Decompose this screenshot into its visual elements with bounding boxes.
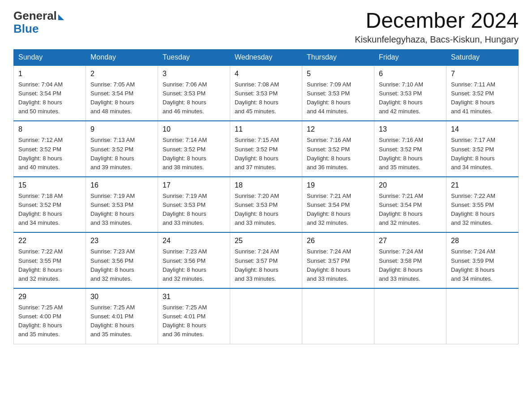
page-header: General Blue December 2024 Kiskunfelegyh… (13, 9, 519, 45)
week-row-3: 15Sunrise: 7:18 AMSunset: 3:52 PMDayligh… (14, 177, 519, 233)
logo-general-text: General (13, 9, 57, 23)
logo-blue-text: Blue (13, 22, 39, 36)
calendar-cell (446, 288, 519, 344)
day-info: Sunrise: 7:22 AMSunset: 3:55 PMDaylight:… (451, 193, 495, 226)
day-number: 5 (307, 68, 369, 79)
calendar-cell: 31Sunrise: 7:25 AMSunset: 4:01 PMDayligh… (158, 288, 230, 344)
calendar-cell: 9Sunrise: 7:13 AMSunset: 3:52 PMDaylight… (86, 121, 158, 177)
calendar-cell: 1Sunrise: 7:04 AMSunset: 3:54 PMDaylight… (14, 65, 86, 121)
header-saturday: Saturday (446, 49, 519, 65)
calendar-cell: 21Sunrise: 7:22 AMSunset: 3:55 PMDayligh… (446, 177, 519, 233)
calendar-cell: 5Sunrise: 7:09 AMSunset: 3:53 PMDaylight… (302, 65, 374, 121)
calendar-cell: 12Sunrise: 7:16 AMSunset: 3:52 PMDayligh… (302, 121, 374, 177)
header-wednesday: Wednesday (230, 49, 302, 65)
day-number: 13 (379, 124, 442, 135)
day-number: 8 (18, 124, 81, 135)
day-number: 17 (163, 180, 225, 191)
day-info: Sunrise: 7:12 AMSunset: 3:52 PMDaylight:… (18, 137, 63, 170)
day-info: Sunrise: 7:25 AMSunset: 4:01 PMDaylight:… (163, 304, 207, 338)
calendar-cell (230, 288, 302, 344)
calendar-cell: 18Sunrise: 7:20 AMSunset: 3:53 PMDayligh… (230, 177, 302, 233)
calendar-cell: 10Sunrise: 7:14 AMSunset: 3:52 PMDayligh… (158, 121, 230, 177)
day-info: Sunrise: 7:25 AMSunset: 4:00 PMDaylight:… (18, 304, 63, 338)
calendar-cell: 20Sunrise: 7:21 AMSunset: 3:54 PMDayligh… (374, 177, 446, 233)
calendar-cell: 27Sunrise: 7:24 AMSunset: 3:58 PMDayligh… (374, 232, 446, 288)
calendar-cell (374, 288, 446, 344)
calendar-header-row: SundayMondayTuesdayWednesdayThursdayFrid… (14, 49, 519, 65)
calendar-cell: 13Sunrise: 7:16 AMSunset: 3:52 PMDayligh… (374, 121, 446, 177)
day-number: 2 (90, 68, 153, 79)
logo: General Blue (13, 9, 64, 36)
calendar-cell: 29Sunrise: 7:25 AMSunset: 4:00 PMDayligh… (14, 288, 86, 344)
day-number: 24 (163, 235, 225, 246)
calendar-cell: 22Sunrise: 7:22 AMSunset: 3:55 PMDayligh… (14, 232, 86, 288)
page-subtitle: Kiskunfelegyhaza, Bacs-Kiskun, Hungary (355, 34, 519, 45)
calendar-cell: 16Sunrise: 7:19 AMSunset: 3:53 PMDayligh… (86, 177, 158, 233)
day-number: 23 (90, 235, 153, 246)
calendar-cell: 6Sunrise: 7:10 AMSunset: 3:53 PMDaylight… (374, 65, 446, 121)
calendar-cell: 28Sunrise: 7:24 AMSunset: 3:59 PMDayligh… (446, 232, 519, 288)
day-number: 26 (307, 235, 369, 246)
day-info: Sunrise: 7:22 AMSunset: 3:55 PMDaylight:… (18, 248, 63, 282)
day-number: 19 (307, 180, 369, 191)
day-number: 16 (90, 180, 153, 191)
day-info: Sunrise: 7:17 AMSunset: 3:52 PMDaylight:… (451, 137, 495, 170)
day-number: 30 (90, 291, 153, 302)
calendar-cell (302, 288, 374, 344)
day-number: 27 (379, 235, 442, 246)
header-monday: Monday (86, 49, 158, 65)
page-title: December 2024 (355, 9, 519, 33)
day-number: 21 (451, 180, 514, 191)
day-number: 7 (451, 68, 514, 79)
day-info: Sunrise: 7:21 AMSunset: 3:54 PMDaylight:… (307, 193, 351, 226)
day-info: Sunrise: 7:24 AMSunset: 3:57 PMDaylight:… (307, 248, 351, 282)
logo-arrow-icon (58, 14, 64, 20)
day-info: Sunrise: 7:23 AMSunset: 3:56 PMDaylight:… (90, 248, 135, 282)
day-info: Sunrise: 7:10 AMSunset: 3:53 PMDaylight:… (379, 81, 423, 115)
day-number: 29 (18, 291, 81, 302)
calendar-cell: 17Sunrise: 7:19 AMSunset: 3:53 PMDayligh… (158, 177, 230, 233)
week-row-2: 8Sunrise: 7:12 AMSunset: 3:52 PMDaylight… (14, 121, 519, 177)
day-info: Sunrise: 7:16 AMSunset: 3:52 PMDaylight:… (379, 137, 423, 170)
header-sunday: Sunday (14, 49, 86, 65)
calendar-cell: 19Sunrise: 7:21 AMSunset: 3:54 PMDayligh… (302, 177, 374, 233)
day-number: 11 (235, 124, 297, 135)
day-number: 6 (379, 68, 442, 79)
calendar-cell: 3Sunrise: 7:06 AMSunset: 3:53 PMDaylight… (158, 65, 230, 121)
day-number: 3 (163, 68, 225, 79)
day-info: Sunrise: 7:05 AMSunset: 3:54 PMDaylight:… (90, 81, 135, 115)
day-number: 14 (451, 124, 514, 135)
day-number: 1 (18, 68, 81, 79)
calendar-cell: 15Sunrise: 7:18 AMSunset: 3:52 PMDayligh… (14, 177, 86, 233)
day-info: Sunrise: 7:18 AMSunset: 3:52 PMDaylight:… (18, 193, 63, 226)
title-area: December 2024 Kiskunfelegyhaza, Bacs-Kis… (355, 9, 519, 45)
calendar-cell: 25Sunrise: 7:24 AMSunset: 3:57 PMDayligh… (230, 232, 302, 288)
week-row-1: 1Sunrise: 7:04 AMSunset: 3:54 PMDaylight… (14, 65, 519, 121)
day-number: 10 (163, 124, 225, 135)
day-info: Sunrise: 7:15 AMSunset: 3:52 PMDaylight:… (235, 137, 279, 170)
day-number: 9 (90, 124, 153, 135)
day-info: Sunrise: 7:23 AMSunset: 3:56 PMDaylight:… (163, 248, 207, 282)
day-info: Sunrise: 7:13 AMSunset: 3:52 PMDaylight:… (90, 137, 135, 170)
calendar-cell: 7Sunrise: 7:11 AMSunset: 3:52 PMDaylight… (446, 65, 519, 121)
day-number: 20 (379, 180, 442, 191)
day-number: 22 (18, 235, 81, 246)
day-number: 28 (451, 235, 514, 246)
day-info: Sunrise: 7:04 AMSunset: 3:54 PMDaylight:… (18, 81, 63, 115)
day-info: Sunrise: 7:25 AMSunset: 4:01 PMDaylight:… (90, 304, 135, 338)
day-number: 25 (235, 235, 297, 246)
calendar-cell: 26Sunrise: 7:24 AMSunset: 3:57 PMDayligh… (302, 232, 374, 288)
calendar-table: SundayMondayTuesdayWednesdayThursdayFrid… (13, 49, 519, 344)
week-row-4: 22Sunrise: 7:22 AMSunset: 3:55 PMDayligh… (14, 232, 519, 288)
calendar-cell: 24Sunrise: 7:23 AMSunset: 3:56 PMDayligh… (158, 232, 230, 288)
day-number: 31 (163, 291, 225, 302)
header-friday: Friday (374, 49, 446, 65)
header-tuesday: Tuesday (158, 49, 230, 65)
calendar-cell: 2Sunrise: 7:05 AMSunset: 3:54 PMDaylight… (86, 65, 158, 121)
day-info: Sunrise: 7:11 AMSunset: 3:52 PMDaylight:… (451, 81, 495, 115)
day-info: Sunrise: 7:24 AMSunset: 3:57 PMDaylight:… (235, 248, 279, 282)
day-info: Sunrise: 7:21 AMSunset: 3:54 PMDaylight:… (379, 193, 423, 226)
calendar-cell: 30Sunrise: 7:25 AMSunset: 4:01 PMDayligh… (86, 288, 158, 344)
day-number: 15 (18, 180, 81, 191)
day-info: Sunrise: 7:14 AMSunset: 3:52 PMDaylight:… (163, 137, 207, 170)
